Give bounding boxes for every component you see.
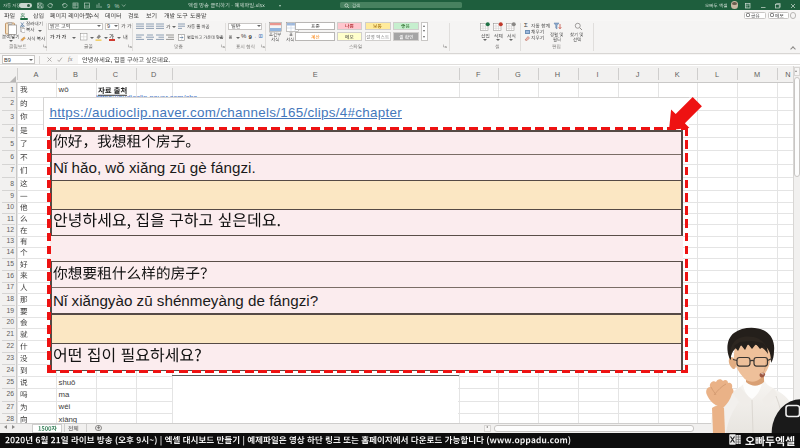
svg-text:%: % xyxy=(115,3,120,9)
svg-text:9: 9 xyxy=(107,3,110,9)
